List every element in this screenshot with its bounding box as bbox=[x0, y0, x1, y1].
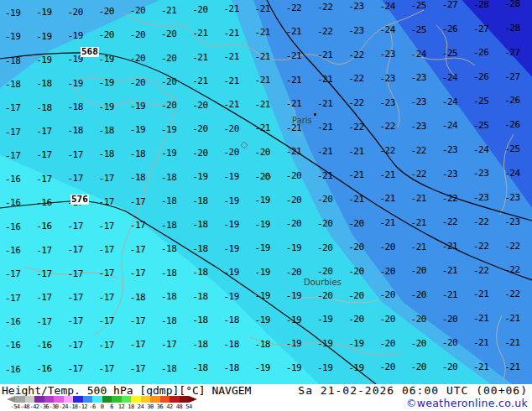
temp-value: -21 bbox=[317, 146, 332, 157]
temp-value: -18 bbox=[67, 101, 82, 112]
temp-value: -19 bbox=[130, 124, 145, 135]
temp-value: -17 bbox=[5, 127, 20, 138]
temp-value: -20 bbox=[442, 337, 457, 348]
temp-value: -20 bbox=[348, 266, 363, 277]
scale-arrow-left bbox=[7, 396, 15, 403]
temp-value: -17 bbox=[5, 150, 20, 161]
temp-value: -20 bbox=[192, 100, 207, 111]
temp-value: -22 bbox=[286, 3, 301, 13]
scale-segment bbox=[83, 396, 93, 403]
temp-value: -18 bbox=[192, 195, 207, 206]
scale-segment bbox=[25, 396, 35, 403]
temp-value: -23 bbox=[504, 216, 519, 227]
temp-value: -27 bbox=[473, 23, 488, 34]
temp-value: -22 bbox=[473, 216, 488, 227]
color-scale bbox=[15, 396, 189, 403]
temp-value: -23 bbox=[379, 73, 394, 84]
temp-value: -17 bbox=[36, 245, 51, 256]
temp-value: -21 bbox=[223, 99, 238, 110]
scale-segment bbox=[54, 396, 64, 403]
temp-value: -20 bbox=[161, 100, 176, 111]
legend-bar: Height/Temp. 500 hPa [gdmp][°C] NAVGEM S… bbox=[0, 384, 532, 411]
temp-value: -17 bbox=[99, 292, 114, 303]
temp-value: -19 bbox=[255, 267, 270, 278]
temp-value: -17 bbox=[36, 292, 51, 303]
temp-value: -27 bbox=[504, 71, 519, 82]
temp-value: -19 bbox=[317, 314, 332, 325]
temp-value: -20 bbox=[286, 267, 301, 278]
temp-value: -19 bbox=[255, 362, 270, 373]
temp-value: -17 bbox=[161, 339, 176, 350]
temp-value: -20 bbox=[161, 53, 176, 64]
temp-value: -16 bbox=[36, 363, 51, 374]
temp-value: -18 bbox=[161, 220, 176, 231]
temp-value: -20 bbox=[130, 53, 145, 64]
temp-value: -20 bbox=[348, 218, 363, 229]
temp-value: -19 bbox=[5, 31, 20, 42]
temp-value: -17 bbox=[130, 339, 145, 350]
temp-value: -18 bbox=[36, 78, 51, 89]
temp-value: -18 bbox=[192, 362, 207, 373]
temp-value: -22 bbox=[504, 241, 519, 252]
temp-value: -21 bbox=[473, 362, 488, 372]
temp-value: -22 bbox=[348, 122, 363, 133]
scale-segment bbox=[141, 396, 151, 403]
temp-value: -17 bbox=[99, 173, 114, 184]
temp-value: -22 bbox=[411, 169, 426, 179]
temp-value: -21 bbox=[504, 337, 519, 348]
temp-value: -20 bbox=[379, 266, 394, 277]
temp-value: -23 bbox=[442, 144, 457, 155]
temp-value: -19 bbox=[348, 338, 363, 349]
temp-value: -25 bbox=[473, 96, 488, 107]
temp-value: -18 bbox=[36, 102, 51, 113]
temp-value: -20 bbox=[130, 29, 145, 40]
temp-value: -21 bbox=[379, 193, 394, 204]
temp-value: -17 bbox=[99, 268, 114, 278]
temp-value: -18 bbox=[223, 315, 238, 325]
temp-value: -17 bbox=[36, 316, 51, 327]
temp-value: -20 bbox=[192, 4, 207, 15]
temp-value: -18 bbox=[161, 172, 176, 183]
temp-value: -21 bbox=[223, 51, 238, 62]
temp-value: -17 bbox=[130, 268, 145, 278]
temp-value: -20 bbox=[348, 290, 363, 301]
temp-value: -20 bbox=[379, 362, 394, 372]
temp-value: -19 bbox=[223, 219, 238, 230]
temp-value: -23 bbox=[379, 97, 394, 108]
temp-value: -24 bbox=[442, 72, 457, 83]
temp-value: -20 bbox=[161, 76, 176, 87]
temp-value: -21 bbox=[192, 52, 207, 63]
temp-value: -25 bbox=[473, 120, 488, 131]
temp-value: -17 bbox=[99, 340, 114, 351]
temp-value: -22 bbox=[317, 2, 332, 13]
scale-arrow-right bbox=[189, 396, 197, 403]
temp-value: -20 bbox=[286, 218, 301, 229]
temp-value: -23 bbox=[504, 192, 519, 203]
temp-value: -17 bbox=[67, 173, 82, 184]
copyright-link[interactable]: ©weatheronline.co.uk bbox=[406, 397, 528, 409]
temp-value: -17 bbox=[67, 340, 82, 351]
temp-value: -16 bbox=[5, 316, 20, 327]
temp-value: -19 bbox=[255, 315, 270, 325]
temp-value: -17 bbox=[99, 244, 114, 255]
temp-value: -28 bbox=[473, 0, 488, 10]
city-dot-icon bbox=[314, 113, 316, 116]
scale-tick: 54 bbox=[180, 403, 197, 410]
map-area: -19-19-20-20-20-21-20-21-21-22-22-23-24-… bbox=[0, 0, 532, 384]
temp-value: -21 bbox=[192, 75, 207, 86]
temp-value: -27 bbox=[504, 47, 519, 58]
temp-value: -18 bbox=[161, 315, 176, 326]
temp-value: -21 bbox=[286, 26, 301, 37]
temp-value: -19 bbox=[255, 219, 270, 230]
temp-value: -17 bbox=[99, 196, 114, 207]
temp-value: -19 bbox=[286, 290, 301, 301]
temp-value: -19 bbox=[130, 101, 145, 112]
temp-value: -16 bbox=[36, 197, 51, 208]
temp-value: -18 bbox=[5, 79, 20, 90]
temp-value: -23 bbox=[473, 168, 488, 179]
temp-value: -19 bbox=[99, 101, 114, 112]
temp-value: -25 bbox=[411, 0, 426, 11]
temp-value: -21 bbox=[223, 75, 238, 86]
temp-value: -21 bbox=[317, 49, 332, 60]
temp-value: -17 bbox=[67, 315, 82, 326]
